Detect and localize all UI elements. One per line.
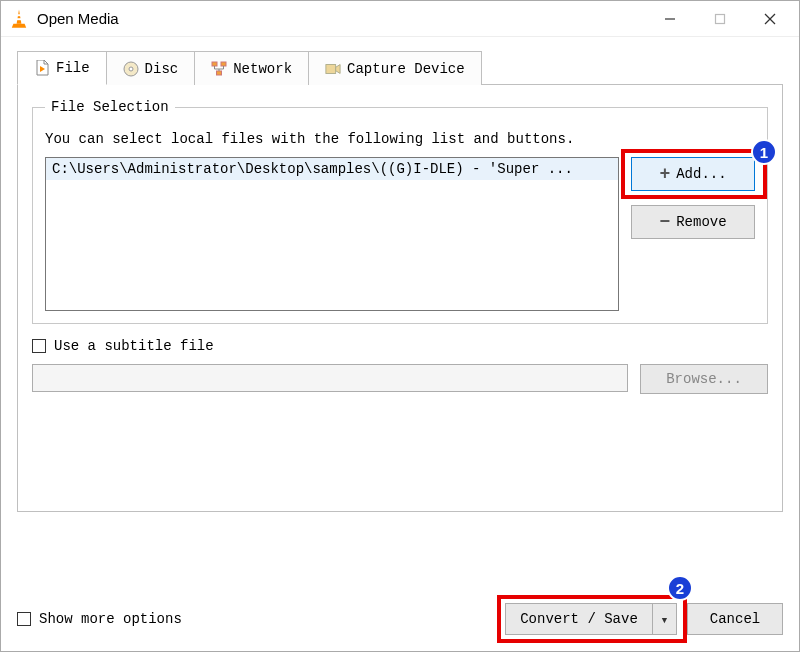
show-more-checkbox[interactable]: [17, 612, 31, 626]
subtitle-checkbox-label: Use a subtitle file: [54, 338, 214, 354]
content-area: File Disc: [1, 37, 799, 522]
svg-rect-3: [716, 14, 725, 23]
vlc-cone-icon: [11, 9, 29, 29]
tab-disc[interactable]: Disc: [106, 51, 196, 85]
tabs: File Disc: [17, 51, 783, 85]
file-selection-legend: File Selection: [45, 99, 175, 115]
subtitle-path-input: [32, 364, 628, 392]
svg-rect-0: [17, 14, 21, 16]
cancel-button-label: Cancel: [710, 611, 760, 627]
cancel-button[interactable]: Cancel: [687, 603, 783, 635]
annotation-badge-1: 1: [751, 139, 777, 165]
convert-save-label: Convert / Save: [520, 611, 638, 627]
footer-buttons: Convert / Save 2 Cancel: [505, 603, 783, 635]
subtitle-checkbox-row[interactable]: Use a subtitle file: [32, 338, 768, 354]
add-button-label: Add...: [676, 166, 726, 182]
svg-point-8: [129, 67, 133, 71]
add-button[interactable]: Add...: [631, 157, 755, 191]
window-title: Open Media: [37, 10, 645, 27]
remove-button-label: Remove: [676, 214, 726, 230]
svg-rect-10: [221, 62, 226, 66]
minus-icon: [659, 212, 670, 232]
subtitle-row: Browse...: [32, 364, 768, 394]
open-media-window: Open Media Fil: [0, 0, 800, 652]
svg-rect-12: [326, 64, 336, 73]
show-more-label: Show more options: [39, 611, 182, 627]
titlebar: Open Media: [1, 1, 799, 37]
show-more-checkbox-row[interactable]: Show more options: [17, 611, 182, 627]
close-button[interactable]: [745, 2, 795, 36]
disc-icon: [123, 61, 139, 77]
tab-disc-label: Disc: [145, 61, 179, 77]
file-icon: [34, 60, 50, 76]
tab-capture-label: Capture Device: [347, 61, 465, 77]
remove-button[interactable]: Remove: [631, 205, 755, 239]
minimize-button[interactable]: [645, 2, 695, 36]
convert-save-dropdown[interactable]: [653, 603, 677, 635]
convert-save-main[interactable]: Convert / Save: [505, 603, 653, 635]
window-controls: [645, 2, 795, 36]
tab-network[interactable]: Network: [194, 51, 309, 85]
footer: Show more options Convert / Save 2 Cance…: [17, 603, 783, 635]
capture-device-icon: [325, 61, 341, 77]
file-selection-group: File Selection You can select local file…: [32, 99, 768, 324]
tab-file[interactable]: File: [17, 51, 107, 85]
annotation-badge-2: 2: [667, 575, 693, 601]
convert-save-button[interactable]: Convert / Save 2: [505, 603, 677, 635]
file-row: C:\Users\Administrator\Desktop\samples\(…: [45, 157, 755, 311]
network-icon: [211, 61, 227, 77]
chevron-down-icon: [662, 611, 667, 627]
file-buttons: Add... Remove 1: [631, 157, 755, 311]
tab-file-label: File: [56, 60, 90, 76]
tab-body: File Selection You can select local file…: [17, 84, 783, 512]
browse-button: Browse...: [640, 364, 768, 394]
svg-rect-1: [16, 18, 22, 20]
svg-rect-9: [212, 62, 217, 66]
maximize-button[interactable]: [695, 2, 745, 36]
svg-rect-11: [217, 71, 222, 75]
file-selection-hint: You can select local files with the foll…: [45, 131, 755, 147]
browse-button-label: Browse...: [666, 371, 742, 387]
tab-capture[interactable]: Capture Device: [308, 51, 482, 85]
plus-icon: [659, 164, 670, 184]
subtitle-checkbox[interactable]: [32, 339, 46, 353]
list-item[interactable]: C:\Users\Administrator\Desktop\samples\(…: [46, 158, 618, 180]
file-list[interactable]: C:\Users\Administrator\Desktop\samples\(…: [45, 157, 619, 311]
tab-network-label: Network: [233, 61, 292, 77]
